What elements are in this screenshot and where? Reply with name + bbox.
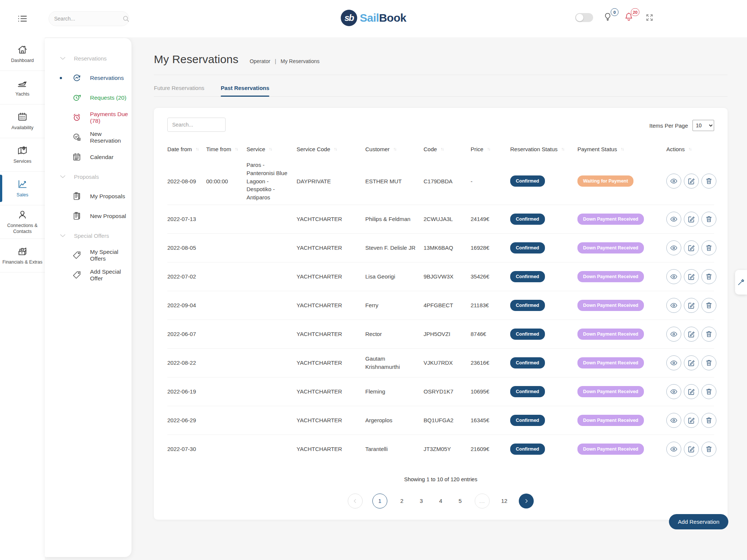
view-button[interactable] [666, 298, 681, 313]
notifications-button[interactable]: 20 [624, 11, 635, 24]
sort-arrows-icon[interactable]: ↑↓ [393, 147, 396, 151]
delete-button[interactable] [701, 212, 716, 227]
pagination-page-3[interactable]: 3 [416, 498, 426, 504]
sort-arrows-icon[interactable]: ↑↓ [441, 147, 444, 151]
sidebar-item-services[interactable]: Services [0, 138, 45, 172]
subnav-item-new-proposal[interactable]: New Proposal [45, 206, 131, 226]
column-header-time-from[interactable]: Time from ↑↓ [206, 146, 247, 152]
sort-arrows-icon[interactable]: ↑↓ [688, 147, 691, 151]
view-button[interactable] [666, 384, 681, 399]
pagination-page-1[interactable]: 1 [372, 494, 387, 508]
subnav-item-add-special-offer[interactable]: Add Special Offer [45, 265, 131, 285]
menu-toggle-icon[interactable] [16, 13, 28, 25]
sidebar-item-dashboard[interactable]: Dashboard [0, 37, 45, 71]
subnav-item-calendar[interactable]: Calendar [45, 147, 131, 167]
pagination-prev-button[interactable] [348, 494, 363, 508]
edit-button[interactable] [684, 327, 699, 342]
column-header-service[interactable]: Service ↑↓ [247, 146, 297, 152]
column-header-code[interactable]: Code ↑↓ [424, 146, 471, 152]
subnav-item-my-proposals[interactable]: My Proposals [45, 186, 131, 206]
column-header-actions[interactable]: Actions ↑↓ [666, 146, 714, 152]
search-icon[interactable] [122, 15, 130, 23]
table-row[interactable]: 2022-08-05YACHTCHARTERSteven F. Delisle … [167, 234, 714, 262]
sidebar-item-availability[interactable]: Availability [0, 105, 45, 138]
view-button[interactable] [666, 413, 681, 428]
view-button[interactable] [666, 174, 681, 189]
nav-group-reservations[interactable]: Reservations [45, 49, 131, 68]
table-row[interactable]: 2022-06-19YACHTCHARTERFlemingOSRYD1K7106… [167, 377, 714, 406]
table-row[interactable]: 2022-06-29YACHTCHARTERArgeroplosBQ1UFGA2… [167, 406, 714, 435]
delete-button[interactable] [701, 413, 716, 428]
edit-button[interactable] [684, 442, 699, 457]
column-header-reservation-status[interactable]: Reservation Status ↑↓ [510, 146, 577, 152]
pagination-ellipsis[interactable]: ... [475, 494, 490, 508]
tab-future-reservations[interactable]: Future Reservations [154, 85, 204, 96]
pagination-page-5[interactable]: 5 [455, 498, 465, 504]
delete-button[interactable] [701, 298, 716, 313]
tab-past-reservations[interactable]: Past Reservations [221, 85, 269, 96]
edit-button[interactable] [684, 174, 699, 189]
subnav-item-new-reservation[interactable]: New Reservation [45, 127, 131, 147]
tips-button[interactable]: 0 [603, 11, 614, 24]
sort-arrows-icon[interactable]: ↑↓ [269, 147, 272, 151]
pagination-page-12[interactable]: 12 [499, 498, 509, 504]
table-row[interactable]: 2022-09-04YACHTCHARTERFerry4PFGBECT21183… [167, 291, 714, 320]
add-reservation-button[interactable]: Add Reservation [669, 514, 728, 529]
sidebar-item-yachts[interactable]: Yachts [0, 71, 45, 105]
quick-actions-tab[interactable] [735, 270, 747, 295]
view-button[interactable] [666, 212, 681, 227]
table-row[interactable]: 2022-07-02YACHTCHARTERLisa Georigi9BJGVW… [167, 262, 714, 291]
edit-button[interactable] [684, 413, 699, 428]
subnav-item-my-special-offers[interactable]: My Special Offers [45, 245, 131, 265]
edit-button[interactable] [684, 240, 699, 255]
view-button[interactable] [666, 355, 681, 370]
breadcrumb-operator[interactable]: Operator [249, 58, 270, 64]
table-row[interactable]: 2022-08-0900:00:00Paros - Panteronisi Bl… [167, 158, 714, 205]
subnav-item-requests-20[interactable]: Requests (20) [45, 88, 131, 108]
sort-arrows-icon[interactable]: ↑↓ [561, 147, 564, 151]
pagination-next-button[interactable] [519, 494, 534, 508]
nav-group-proposals[interactable]: Proposals [45, 167, 131, 186]
edit-button[interactable] [684, 269, 699, 284]
table-row[interactable]: 2022-08-22YACHTCHARTERGautam Krishnamurt… [167, 349, 714, 377]
view-button[interactable] [666, 327, 681, 342]
edit-button[interactable] [684, 355, 699, 370]
column-header-customer[interactable]: Customer ↑↓ [365, 146, 424, 152]
sort-arrows-icon[interactable]: ↑↓ [196, 147, 199, 151]
edit-button[interactable] [684, 298, 699, 313]
sort-arrows-icon[interactable]: ↑↓ [621, 147, 624, 151]
delete-button[interactable] [701, 269, 716, 284]
table-search-input[interactable] [167, 118, 226, 132]
column-header-date-from[interactable]: Date from ↑↓ [167, 146, 206, 152]
sidebar-item-connections-contacts[interactable]: Connections & Contacts [0, 205, 45, 239]
sidebar-item-sales[interactable]: Sales [0, 172, 45, 205]
table-row[interactable]: 2022-07-30YACHTCHARTERTarantelliJT3ZM05Y… [167, 435, 714, 464]
view-button[interactable] [666, 269, 681, 284]
pagination-page-2[interactable]: 2 [397, 498, 407, 504]
sidebar-item-financials-extras[interactable]: Financials & Extras [0, 239, 45, 273]
subnav-item-payments-due-78[interactable]: Payments Due (78) [45, 108, 131, 127]
theme-toggle[interactable] [575, 13, 593, 22]
table-row[interactable]: 2022-07-13YACHTCHARTERPhilips & Feldman2… [167, 205, 714, 234]
view-button[interactable] [666, 240, 681, 255]
edit-button[interactable] [684, 384, 699, 399]
sort-arrows-icon[interactable]: ↑↓ [334, 147, 337, 151]
sort-arrows-icon[interactable]: ↑↓ [235, 147, 238, 151]
subnav-item-reservations[interactable]: Reservations [45, 68, 131, 88]
delete-button[interactable] [701, 442, 716, 457]
column-header-price[interactable]: Price ↑↓ [471, 146, 510, 152]
edit-button[interactable] [684, 212, 699, 227]
column-header-service-code[interactable]: Service Code ↑↓ [297, 146, 365, 152]
column-header-payment-status[interactable]: Payment Status ↑↓ [577, 146, 666, 152]
delete-button[interactable] [701, 174, 716, 189]
pagination-page-4[interactable]: 4 [436, 498, 446, 504]
sailbook-logo[interactable]: sb SailBook [341, 10, 406, 26]
global-search-input[interactable] [54, 16, 122, 22]
delete-button[interactable] [701, 355, 716, 370]
delete-button[interactable] [701, 327, 716, 342]
items-per-page-select[interactable]: 10 [692, 120, 714, 131]
table-row[interactable]: 2022-06-07YACHTCHARTERRectorJPH5OVZI8746… [167, 320, 714, 349]
delete-button[interactable] [701, 384, 716, 399]
delete-button[interactable] [701, 240, 716, 255]
nav-group-special-offers[interactable]: Special Offers [45, 226, 131, 245]
